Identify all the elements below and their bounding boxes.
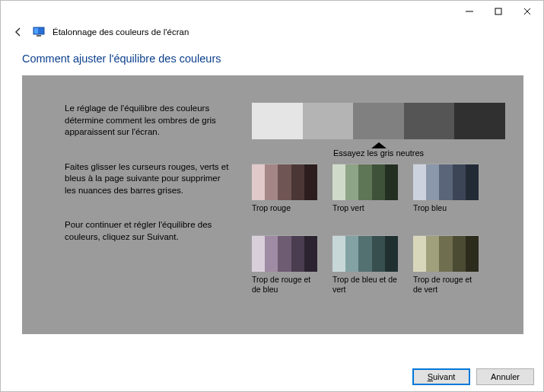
close-button[interactable] (513, 3, 542, 20)
color-cast-caption: Trop bleu (413, 203, 479, 223)
color-cast-swatch (413, 164, 479, 200)
maximize-button[interactable] (484, 3, 513, 20)
color-cast-caption: Trop de rouge et de vert (413, 275, 479, 295)
color-cast-swatch (252, 235, 317, 272)
gray-strip-cell (454, 103, 505, 139)
next-button-rest: uivant (433, 372, 455, 381)
svg-marker-7 (371, 142, 387, 148)
display-icon (33, 26, 45, 38)
next-button[interactable]: Suivant (412, 368, 470, 385)
pointer-label: Essayez les gris neutres (252, 148, 505, 158)
cancel-button[interactable]: Annuler (476, 368, 534, 385)
color-cast-swatch (413, 235, 479, 272)
cancel-button-label: Annuler (491, 372, 520, 381)
color-cast-example: Trop de rouge et de bleu (252, 235, 317, 295)
wizard-header: Étalonnage des couleurs de l'écran (1, 22, 544, 45)
color-cast-example: Trop bleu (413, 164, 479, 223)
color-cast-example: Trop de bleu et de vert (332, 235, 398, 295)
svg-rect-6 (37, 35, 41, 37)
color-cast-examples: Trop rougeTrop vertTrop bleuTrop de roug… (252, 164, 505, 295)
instructions-column: Le réglage de l'équilibre des couleurs d… (65, 103, 232, 327)
samples-column: Essayez les gris neutres Trop rougeTrop … (252, 103, 505, 327)
main-panel: Le réglage de l'équilibre des couleurs d… (22, 75, 523, 334)
color-cast-caption: Trop de bleu et de vert (332, 275, 398, 295)
color-cast-caption: Trop vert (332, 203, 398, 223)
color-cast-swatch (252, 164, 317, 200)
color-cast-swatch (332, 235, 398, 272)
color-cast-example: Trop rouge (252, 164, 317, 223)
color-cast-swatch (332, 164, 398, 200)
gray-strip-cell (404, 103, 455, 139)
instruction-2: Faites glisser les curseurs rouges, vert… (65, 161, 232, 197)
color-cast-caption: Trop de rouge et de bleu (252, 275, 317, 295)
window-title: Étalonnage des couleurs de l'écran (52, 27, 189, 37)
back-button[interactable] (11, 25, 25, 39)
title-bar (1, 1, 544, 22)
instruction-3: Pour continuer et régler l'équilibre des… (65, 219, 232, 243)
content: Comment ajuster l'équilibre des couleurs… (1, 45, 544, 334)
svg-rect-5 (34, 28, 38, 33)
minimize-button[interactable] (455, 3, 484, 20)
page-title: Comment ajuster l'équilibre des couleurs (22, 48, 523, 75)
wizard-buttons: Suivant Annuler (412, 368, 534, 385)
gray-strip-cell (353, 103, 404, 139)
next-button-mnemonic: S (428, 372, 433, 381)
color-cast-example: Trop vert (332, 164, 398, 223)
instruction-1: Le réglage de l'équilibre des couleurs d… (65, 103, 232, 139)
gray-strip-cell (252, 103, 303, 139)
color-cast-caption: Trop rouge (252, 203, 317, 223)
pointer-icon (252, 142, 505, 148)
svg-rect-1 (495, 8, 501, 14)
gray-strip-cell (303, 103, 354, 139)
color-cast-example: Trop de rouge et de vert (413, 235, 479, 295)
neutral-gray-strip (252, 103, 505, 139)
